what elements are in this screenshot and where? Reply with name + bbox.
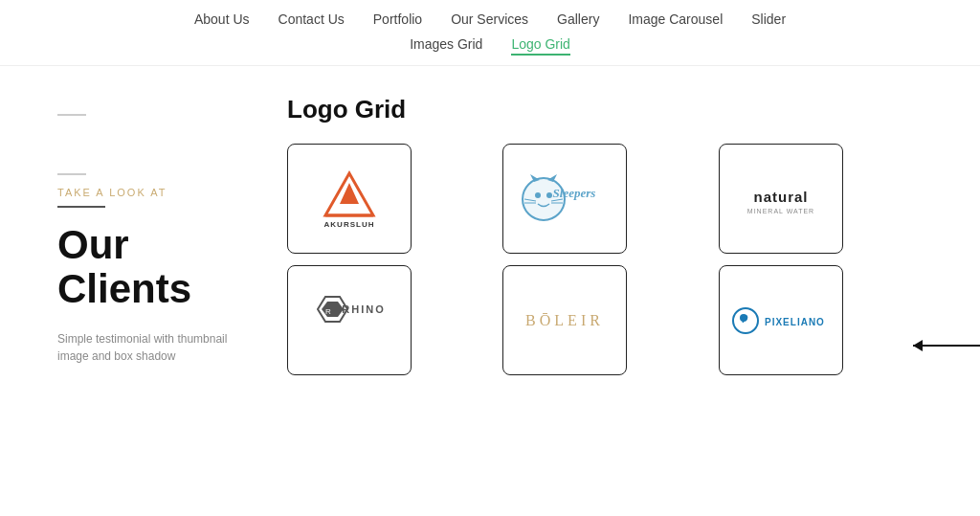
- nav-images-grid[interactable]: Images Grid: [410, 34, 482, 56]
- nav-slider[interactable]: Slider: [751, 10, 786, 29]
- logo-akursluh: AKURSLUH: [288, 145, 411, 253]
- heading-divider: [57, 206, 105, 208]
- nav-about-us[interactable]: About Us: [194, 10, 250, 29]
- svg-text:AKURSLUH: AKURSLUH: [324, 220, 375, 229]
- logo-cell-rhino: R RHINO: [287, 265, 412, 375]
- nav-contact-us[interactable]: Contact Us: [278, 10, 345, 29]
- logo-grid: AKURSLUH: [287, 144, 923, 375]
- logo-cell-akursluh: AKURSLUH: [287, 144, 412, 254]
- svg-text:BŌLEIR: BŌLEIR: [525, 312, 604, 328]
- nav-image-carousel[interactable]: Image Carousel: [628, 10, 723, 29]
- logo-boleir: BŌLEIR: [503, 266, 626, 374]
- nav-row-2: Images Grid Logo Grid: [19, 34, 961, 56]
- logo-cell-boleir: BŌLEIR: [502, 265, 627, 375]
- svg-text:RHINO: RHINO: [342, 303, 385, 315]
- logo-rhino: R RHINO: [288, 266, 411, 374]
- left-panel: TAKE A LOOK AT Our Clients Simple testim…: [57, 95, 249, 375]
- arrow-indicator: [913, 345, 980, 347]
- svg-text:PIXELIANO: PIXELIANO: [765, 317, 825, 327]
- arrow-line: [913, 345, 980, 347]
- nav-row-1: About Us Contact Us Portfolio Our Servic…: [19, 10, 961, 29]
- logo-cell-sleepers: Sleepers: [502, 144, 627, 254]
- svg-text:R: R: [325, 307, 331, 316]
- testimonial-description: Simple testimonial with thumbnail image …: [57, 330, 249, 365]
- nav-portfolio[interactable]: Portfolio: [373, 10, 422, 29]
- svg-text:MINERAL WATER: MINERAL WATER: [747, 208, 814, 214]
- top-divider: [57, 114, 86, 116]
- nav-gallery[interactable]: Gallery: [557, 10, 599, 29]
- nav-our-services[interactable]: Our Services: [451, 10, 528, 29]
- right-panel: Logo Grid AKURSLUH: [287, 95, 923, 375]
- svg-point-8: [535, 192, 541, 198]
- logo-pixeliano: P PIXELIANO: [720, 266, 842, 374]
- page-content: TAKE A LOOK AT Our Clients Simple testim…: [0, 66, 980, 404]
- mid-divider: [57, 173, 86, 175]
- clients-heading: Our Clients: [57, 223, 249, 311]
- logo-sleepers: Sleepers: [503, 145, 626, 253]
- logo-grid-title: Logo Grid: [287, 95, 923, 124]
- svg-point-9: [546, 192, 552, 198]
- logo-cell-natural: natural MINERAL WATER: [719, 144, 843, 254]
- svg-text:natural: natural: [753, 189, 808, 205]
- svg-text:Sleepers: Sleepers: [553, 186, 596, 200]
- nav-logo-grid[interactable]: Logo Grid: [511, 34, 569, 56]
- svg-text:P: P: [742, 314, 748, 325]
- logo-natural: natural MINERAL WATER: [720, 145, 842, 253]
- eyebrow-text: TAKE A LOOK AT: [57, 187, 249, 198]
- logo-cell-pixeliano: P PIXELIANO: [719, 265, 843, 375]
